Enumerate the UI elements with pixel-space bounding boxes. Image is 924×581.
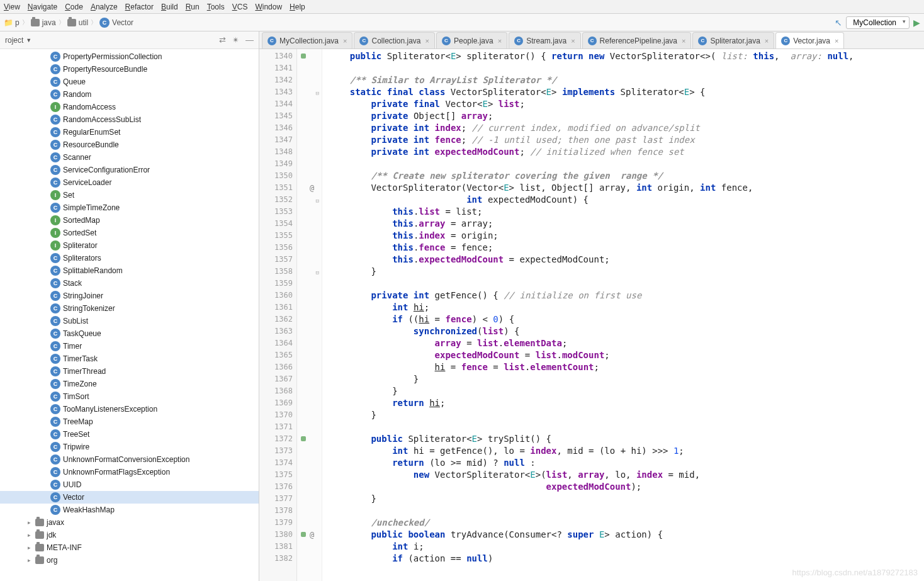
chevron-down-icon[interactable]: ▼ [26, 37, 31, 43]
watermark: https://blog.csdn.net/a1879272183 [792, 568, 918, 577]
tab-spliterator[interactable]: CSpliterator.java× [692, 32, 774, 48]
close-icon[interactable]: × [835, 37, 838, 45]
tree-item-spliterator[interactable]: ISpliterator [0, 239, 259, 252]
menu-help[interactable]: Help [290, 3, 305, 11]
tree-item-splittablerandom[interactable]: CSplittableRandom [0, 264, 259, 277]
bc-util[interactable]: util [79, 18, 88, 27]
tree-item-propertypermissioncollection[interactable]: CPropertyPermissionCollection [0, 50, 259, 63]
menu-window[interactable]: Window [255, 3, 282, 11]
tree-item-label: jdk [47, 531, 56, 539]
tree-pkg-meta-inf[interactable]: ▸META-INF [0, 541, 259, 554]
tree-pkg-javax[interactable]: ▸javax [0, 516, 259, 529]
tree-item-sortedmap[interactable]: ISortedMap [0, 214, 259, 227]
code-editor[interactable]: 1340134113421343134413451346134713481349… [259, 49, 924, 581]
tree-item-uuid[interactable]: CUUID [0, 478, 259, 491]
scroll-from-source-icon[interactable]: ⇄ [219, 35, 226, 45]
tree-item-unknownformatconversionexception[interactable]: CUnknownFormatConversionException [0, 453, 259, 466]
class-icon: C [50, 316, 60, 326]
gear-icon[interactable]: ✴ [232, 35, 239, 45]
tree-item-spliterators[interactable]: CSpliterators [0, 252, 259, 264]
tree-item-stringtokenizer[interactable]: CStringTokenizer [0, 302, 259, 315]
tree-item-treemap[interactable]: CTreeMap [0, 415, 259, 428]
chevron-right-icon: 〉 [91, 18, 97, 27]
class-icon: C [50, 429, 60, 439]
class-icon: C [50, 341, 60, 351]
tree-item-timezone[interactable]: CTimeZone [0, 378, 259, 390]
tab-collection[interactable]: CCollection.java× [354, 32, 434, 48]
tree-item-label: Spliterators [63, 254, 101, 262]
tree-item-resourcebundle[interactable]: CResourceBundle [0, 138, 259, 151]
menu-build[interactable]: Build [161, 3, 178, 11]
tree-item-serviceconfigurationerror[interactable]: CServiceConfigurationError [0, 164, 259, 176]
tree-item-label: Tripwire [63, 443, 89, 451]
code-content[interactable]: public Spliterator<E> spliterator() { re… [322, 49, 924, 581]
tree-item-label: Vector [63, 493, 84, 502]
tree-item-timerthread[interactable]: CTimerThread [0, 365, 259, 378]
tree-item-serviceloader[interactable]: CServiceLoader [0, 176, 259, 189]
menu-tools[interactable]: Tools [207, 3, 225, 11]
menu-refactor[interactable]: Refactor [125, 3, 154, 11]
tab-referencepipeline[interactable]: CReferencePipeline.java× [582, 32, 692, 48]
class-icon: C [50, 392, 60, 402]
class-icon: C [50, 89, 60, 99]
project-tree[interactable]: CPropertyPermissionCollectionCPropertyRe… [0, 49, 259, 581]
close-icon[interactable]: × [343, 37, 347, 45]
marker-gutter [297, 49, 322, 581]
tree-item-sublist[interactable]: CSubList [0, 315, 259, 327]
tree-item-propertyresourcebundle[interactable]: CPropertyResourceBundle [0, 63, 259, 76]
menu-analyze[interactable]: Analyze [91, 3, 118, 11]
tree-item-queue[interactable]: CQueue [0, 76, 259, 88]
tree-item-random[interactable]: CRandom [0, 88, 259, 101]
tree-item-taskqueue[interactable]: CTaskQueue [0, 327, 259, 340]
tree-item-timer[interactable]: CTimer [0, 340, 259, 353]
close-icon[interactable]: × [765, 37, 769, 45]
tree-item-unknownformatflagsexception[interactable]: CUnknownFormatFlagsException [0, 466, 259, 478]
menu-code[interactable]: Code [65, 3, 83, 11]
tab-vector[interactable]: CVector.java× [775, 32, 844, 48]
tab-people[interactable]: CPeople.java× [436, 32, 507, 48]
tree-item-timertask[interactable]: CTimerTask [0, 353, 259, 365]
close-icon[interactable]: × [682, 37, 685, 45]
close-icon[interactable]: × [425, 37, 429, 45]
tab-label: Vector.java [793, 37, 830, 45]
close-icon[interactable]: × [498, 37, 502, 45]
tree-item-randomaccesssublist[interactable]: CRandomAccessSubList [0, 113, 259, 126]
tree-item-sortedset[interactable]: ISortedSet [0, 227, 259, 239]
interface-icon: I [50, 240, 60, 251]
tree-pkg-jdk[interactable]: ▸jdk [0, 529, 259, 541]
tree-item-regularenumset[interactable]: CRegularEnumSet [0, 126, 259, 138]
tree-item-treeset[interactable]: CTreeSet [0, 428, 259, 441]
menu-navigate[interactable]: Navigate [28, 3, 57, 11]
tree-item-randomaccess[interactable]: IRandomAccess [0, 101, 259, 113]
tree-item-label: UnknownFormatConversionException [63, 455, 189, 464]
tree-item-stack[interactable]: CStack [0, 277, 259, 290]
tree-item-weakhashmap[interactable]: CWeakHashMap [0, 504, 259, 516]
tree-item-label: Set [63, 191, 74, 200]
tree-pkg-org[interactable]: ▸org [0, 554, 259, 567]
close-icon[interactable]: × [571, 37, 575, 45]
run-button-icon[interactable]: ▶ [913, 18, 920, 28]
bc-java[interactable]: java [42, 18, 56, 27]
class-icon: C [50, 127, 60, 137]
bc-vector[interactable]: Vector [112, 18, 133, 27]
tree-item-simpletimezone[interactable]: CSimpleTimeZone [0, 201, 259, 214]
tree-item-scanner[interactable]: CScanner [0, 151, 259, 164]
tree-item-stringjoiner[interactable]: CStringJoiner [0, 290, 259, 302]
tree-item-vector[interactable]: CVector [0, 491, 259, 504]
tree-item-timsort[interactable]: CTimSort [0, 390, 259, 403]
tree-item-toomanylistenersexception[interactable]: CTooManyListenersException [0, 403, 259, 415]
menu-vcs[interactable]: VCS [232, 3, 248, 11]
tab-stream[interactable]: CStream.java× [509, 32, 580, 48]
tree-item-label: TooManyListenersException [63, 405, 157, 414]
bc-p[interactable]: p [15, 18, 20, 27]
sidebar-header: roject ▼ ⇄ ✴ — [0, 31, 259, 49]
run-configuration-select[interactable]: MyCollection [846, 16, 910, 29]
tab-mycollection[interactable]: CMyCollection.java× [262, 32, 352, 48]
tree-item-tripwire[interactable]: CTripwire [0, 441, 259, 453]
chevron-right-icon: ▸ [25, 532, 33, 538]
menu-view[interactable]: View [4, 3, 20, 11]
menu-run[interactable]: Run [186, 3, 200, 11]
nav-up-icon[interactable]: ↖ [835, 18, 842, 28]
collapse-icon[interactable]: — [245, 35, 254, 45]
tree-item-set[interactable]: ISet [0, 189, 259, 201]
